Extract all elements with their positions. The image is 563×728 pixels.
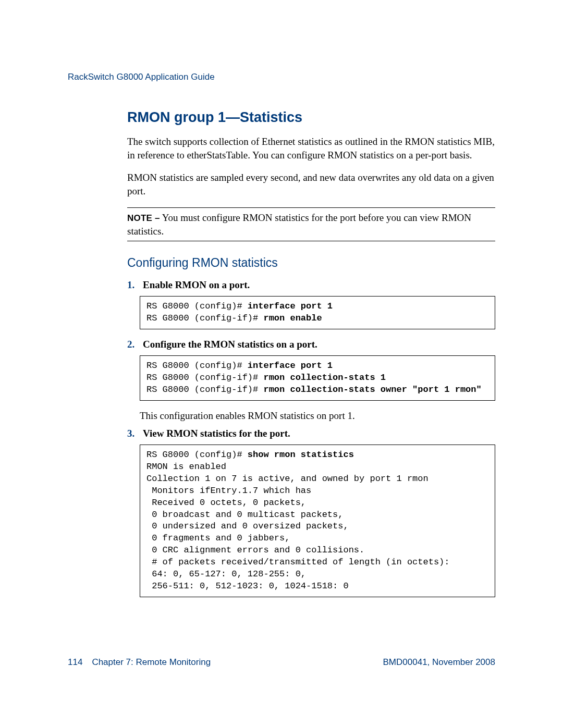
code-prompt: RS G8000 (config-if)# xyxy=(146,313,263,323)
code-block-3: RS G8000 (config)# show rmon statistics … xyxy=(140,445,495,597)
step-title: Enable RMON on a port. xyxy=(143,279,250,291)
code-command: show rmon statistics xyxy=(248,450,354,460)
step-title: View RMON statistics for the port. xyxy=(143,428,290,439)
paragraph: This configuration enables RMON statisti… xyxy=(140,410,495,422)
step-number: 1. xyxy=(127,279,139,291)
code-block-2: RS G8000 (config)# interface port 1 RS G… xyxy=(140,355,495,401)
note-rule-top xyxy=(127,207,495,208)
code-prompt: RS G8000 (config-if)# xyxy=(146,373,263,382)
page-number: 114 xyxy=(68,657,82,668)
code-prompt: RS G8000 (config-if)# xyxy=(146,385,263,394)
note-rule-bottom xyxy=(127,241,495,241)
code-prompt: RS G8000 (config)# xyxy=(146,301,248,311)
step-2: 2. Configure the RMON statistics on a po… xyxy=(127,339,495,350)
doc-id: BMD00041, November 2008 xyxy=(383,657,495,668)
page: RackSwitch G8000 Application Guide RMON … xyxy=(0,0,563,728)
note-label: NOTE – xyxy=(127,213,160,223)
step-1: 1. Enable RMON on a port. xyxy=(127,279,495,291)
step-3: 3. View RMON statistics for the port. xyxy=(127,428,495,439)
note-text: You must configure RMON statistics for t… xyxy=(127,212,471,237)
step-number: 3. xyxy=(127,428,139,439)
code-command: interface port 1 xyxy=(248,361,333,371)
code-prompt: RS G8000 (config)# xyxy=(146,361,248,371)
step-number: 2. xyxy=(127,339,139,350)
section-heading: RMON group 1—Statistics xyxy=(127,109,495,126)
running-header: RackSwitch G8000 Application Guide xyxy=(68,72,495,82)
subsection-heading: Configuring RMON statistics xyxy=(127,256,495,270)
code-output: RMON is enabled Collection 1 on 7 is act… xyxy=(146,462,450,591)
step-title: Configure the RMON statistics on a port. xyxy=(143,339,317,350)
paragraph: RMON statistics are sampled every second… xyxy=(127,171,495,198)
code-command: interface port 1 xyxy=(248,301,333,311)
code-command: rmon collection-stats 1 xyxy=(263,373,386,382)
code-command: rmon enable xyxy=(263,313,322,323)
page-footer: 114 Chapter 7: Remote Monitoring BMD0004… xyxy=(68,657,495,668)
code-block-1: RS G8000 (config)# interface port 1 RS G… xyxy=(140,296,495,329)
code-prompt: RS G8000 (config)# xyxy=(146,450,248,460)
body-content: RMON group 1—Statistics The switch suppo… xyxy=(68,109,495,597)
paragraph: The switch supports collection of Ethern… xyxy=(127,135,495,162)
code-command: rmon collection-stats owner "port 1 rmon… xyxy=(263,385,481,394)
chapter-label: Chapter 7: Remote Monitoring xyxy=(92,657,211,668)
note: NOTE – You must configure RMON statistic… xyxy=(127,211,495,238)
